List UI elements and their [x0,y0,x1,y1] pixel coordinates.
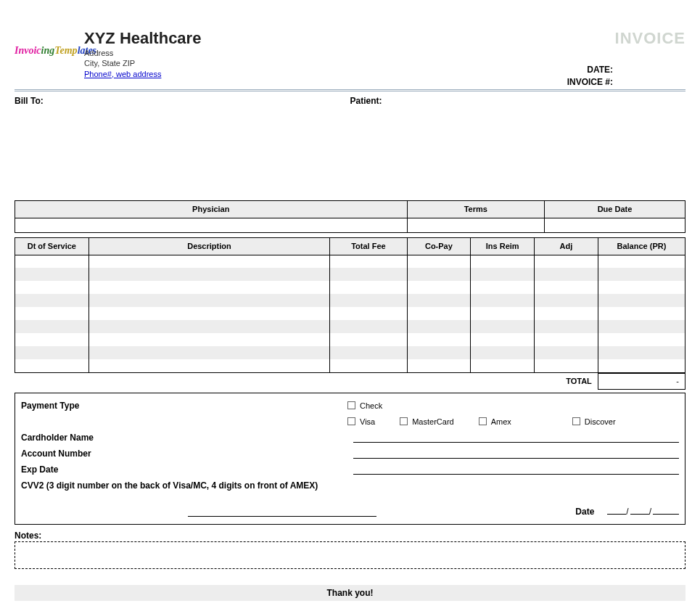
cell-bal[interactable] [598,294,685,307]
exp-date-field[interactable] [353,464,679,475]
cell-adj[interactable] [535,281,598,294]
thank-you-footer: Thank you! [15,585,685,601]
cell-copay[interactable] [407,294,471,307]
signature-line[interactable] [188,507,376,517]
cell-date[interactable] [15,320,89,333]
cell-copay[interactable] [407,268,471,281]
line-item-row[interactable] [15,268,685,281]
cell-bal[interactable] [598,359,685,372]
cell-copay[interactable] [407,320,471,333]
cell-adj[interactable] [535,320,598,333]
cell-bal[interactable] [598,346,685,359]
cell-ins[interactable] [471,294,535,307]
cell-desc[interactable] [88,281,330,294]
check-option-discover[interactable]: Discover [572,417,616,426]
cell-date[interactable] [15,268,89,281]
check-option-mastercard[interactable]: MasterCard [400,417,453,426]
cell-ins[interactable] [471,268,535,281]
cell-fee[interactable] [330,281,407,294]
cell-adj[interactable] [535,294,598,307]
signature-date-field[interactable]: // [607,507,679,517]
cell-desc[interactable] [88,320,330,333]
logo-part-2: ing [41,45,55,56]
col-ins-reim: Ins Reim [471,237,535,255]
cell-ins[interactable] [471,307,535,320]
col-description: Description [88,237,330,255]
cell-bal[interactable] [598,320,685,333]
cell-desc[interactable] [88,307,330,320]
mastercard-label: MasterCard [412,417,453,426]
cell-fee[interactable] [330,320,407,333]
cell-bal[interactable] [598,255,685,268]
cell-date[interactable] [15,359,89,372]
val-due-date[interactable] [544,218,685,232]
cell-fee[interactable] [330,333,407,346]
line-item-row[interactable] [15,359,685,372]
check-option-amex[interactable]: Amex [479,417,511,426]
cell-ins[interactable] [471,281,535,294]
cell-adj[interactable] [535,268,598,281]
check-option-check[interactable]: Check [347,401,382,410]
cell-bal[interactable] [598,281,685,294]
notes-field[interactable] [15,541,685,569]
account-number-field[interactable] [353,449,679,459]
line-item-row[interactable] [15,307,685,320]
cell-adj[interactable] [535,333,598,346]
checkbox-icon [479,417,487,425]
col-due-date: Due Date [544,200,685,218]
line-item-row[interactable] [15,294,685,307]
cell-fee[interactable] [330,346,407,359]
cell-date[interactable] [15,346,89,359]
cell-desc[interactable] [88,346,330,359]
contact-link[interactable]: Phone#, web address [84,70,161,78]
cell-fee[interactable] [330,255,407,268]
cell-adj[interactable] [535,255,598,268]
line-item-row[interactable] [15,255,685,268]
cell-copay[interactable] [407,359,471,372]
cell-adj[interactable] [535,346,598,359]
line-item-row[interactable] [15,333,685,346]
cell-adj[interactable] [535,359,598,372]
cardholder-name-field[interactable] [353,433,679,443]
checkbox-icon [347,417,355,425]
cell-date[interactable] [15,255,89,268]
cell-bal[interactable] [598,307,685,320]
val-terms[interactable] [407,218,544,232]
line-item-row[interactable] [15,346,685,359]
bill-to-label: Bill To: [15,96,44,106]
cell-adj[interactable] [535,307,598,320]
cell-copay[interactable] [407,255,471,268]
cell-ins[interactable] [471,333,535,346]
cell-bal[interactable] [598,268,685,281]
line-item-row[interactable] [15,281,685,294]
cell-desc[interactable] [88,294,330,307]
cell-copay[interactable] [407,281,471,294]
cell-ins[interactable] [471,320,535,333]
cell-ins[interactable] [471,359,535,372]
cell-desc[interactable] [88,359,330,372]
cell-bal[interactable] [598,333,685,346]
val-physician[interactable] [15,218,408,232]
cell-desc[interactable] [88,255,330,268]
address-line-1: Address [84,48,685,58]
check-option-visa[interactable]: Visa [347,417,375,426]
cell-date[interactable] [15,294,89,307]
date-label: DATE: [587,65,613,75]
cell-copay[interactable] [407,307,471,320]
cell-copay[interactable] [407,346,471,359]
cell-fee[interactable] [330,294,407,307]
logo-part-1: Invoic [15,45,41,56]
cell-fee[interactable] [330,307,407,320]
line-item-row[interactable] [15,320,685,333]
cell-fee[interactable] [330,359,407,372]
cell-ins[interactable] [471,346,535,359]
cell-desc[interactable] [88,333,330,346]
cell-fee[interactable] [330,268,407,281]
cell-copay[interactable] [407,333,471,346]
cell-ins[interactable] [471,255,535,268]
total-value: - [598,373,685,389]
cell-date[interactable] [15,307,89,320]
cell-desc[interactable] [88,268,330,281]
cell-date[interactable] [15,281,89,294]
cell-date[interactable] [15,333,89,346]
